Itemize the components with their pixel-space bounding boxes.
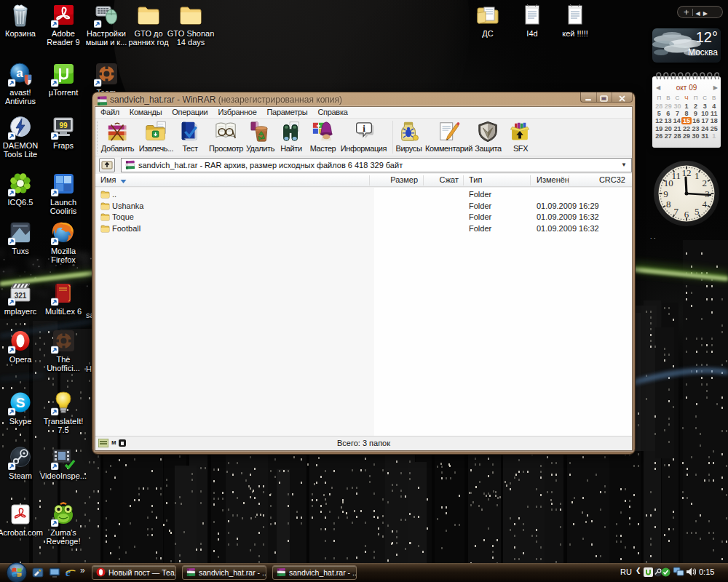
svg-text:4: 4 (702, 199, 707, 210)
svg-text:9: 9 (663, 188, 668, 199)
svg-text:2: 2 (702, 178, 707, 188)
svg-text:6: 6 (684, 209, 689, 220)
svg-text:7: 7 (674, 206, 679, 217)
svg-text:S: S (16, 395, 25, 410)
svg-text:1: 1 (695, 170, 700, 181)
svg-text:5: 5 (695, 206, 700, 217)
svg-text:8: 8 (666, 199, 671, 210)
svg-text:99: 99 (59, 121, 68, 129)
svg-text:3: 3 (705, 188, 710, 199)
svg-text:12: 12 (682, 167, 692, 178)
svg-text:a: a (16, 66, 23, 80)
svg-text:11: 11 (671, 170, 681, 181)
svg-text:321: 321 (15, 292, 27, 300)
